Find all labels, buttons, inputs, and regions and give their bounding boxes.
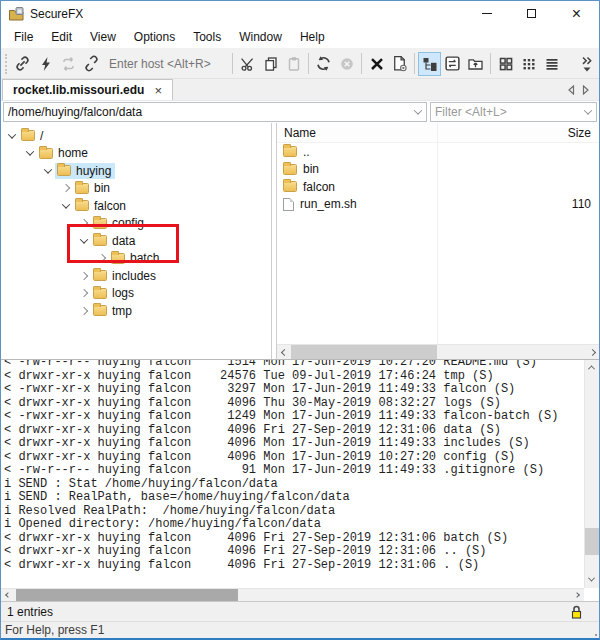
- scroll-right-arrow-icon[interactable]: [585, 350, 599, 355]
- delete-button[interactable]: [365, 52, 388, 76]
- column-header-name[interactable]: Name: [277, 126, 437, 140]
- tab-scroll-left-icon[interactable]: [567, 85, 575, 95]
- toolbar-overflow-button[interactable]: [580, 56, 597, 72]
- tree-item-bin[interactable]: bin: [1, 180, 271, 198]
- chevron-expanded-icon[interactable]: [62, 200, 70, 208]
- folder-icon: [75, 200, 89, 211]
- chevron-collapsed-icon[interactable]: [80, 272, 88, 280]
- toolbar-separator: [232, 53, 233, 74]
- synchronize-icon: [444, 55, 461, 72]
- disconnect-button[interactable]: [80, 52, 103, 76]
- tree-item-label: huying: [76, 164, 111, 178]
- addressbar: /home/huying/falcon/data Filter <Alt+L>: [1, 101, 599, 123]
- parent-folder-button[interactable]: [464, 52, 487, 76]
- maximize-button[interactable]: [509, 1, 554, 26]
- tab-close-icon[interactable]: ×: [154, 84, 162, 97]
- hscrollbar-thumb[interactable]: [291, 345, 437, 359]
- scroll-down-arrow-icon[interactable]: [588, 575, 595, 582]
- filter-combobox[interactable]: Filter <Alt+L>: [430, 102, 597, 122]
- tab-label: rocket.lib.missouri.edu: [13, 83, 144, 97]
- toolbar-separator: [414, 53, 415, 74]
- tree-item-tmp[interactable]: tmp: [1, 302, 271, 320]
- minimize-icon: [482, 13, 492, 14]
- tree-item-root[interactable]: /: [1, 127, 271, 145]
- close-button[interactable]: ×: [554, 1, 599, 26]
- tree-item-falcon[interactable]: falcon: [1, 197, 271, 215]
- menu-window[interactable]: Window: [230, 30, 291, 44]
- tree-item-includes[interactable]: includes: [1, 267, 271, 285]
- folder-icon: [283, 146, 297, 157]
- connect-button[interactable]: [11, 52, 34, 76]
- menu-tools[interactable]: Tools: [184, 30, 230, 44]
- tab-scroll-right-icon[interactable]: [582, 85, 590, 95]
- log-hscrollbar[interactable]: [1, 588, 584, 601]
- host-input[interactable]: [107, 56, 225, 72]
- chevron-collapsed-icon[interactable]: [62, 184, 70, 192]
- menu-file[interactable]: File: [5, 30, 42, 44]
- filter-dropdown-button[interactable]: [580, 109, 596, 115]
- hscrollbar-thumb[interactable]: [16, 589, 238, 601]
- path-combobox[interactable]: /home/huying/falcon/data: [3, 102, 427, 122]
- file-row-..[interactable]: ..: [277, 143, 599, 161]
- chevron-expanded-icon[interactable]: [44, 165, 52, 173]
- scroll-up-arrow-icon[interactable]: [588, 365, 595, 372]
- chevron-collapsed-icon[interactable]: [80, 289, 88, 297]
- toolbar-grip[interactable]: [5, 54, 7, 74]
- minimize-button[interactable]: [464, 1, 509, 26]
- scroll-left-arrow-icon[interactable]: [1, 593, 15, 597]
- path-dropdown-button[interactable]: [410, 109, 426, 115]
- connect-icon: [14, 55, 31, 72]
- file-name: ..: [303, 145, 310, 159]
- quick-connect-icon: [38, 56, 54, 72]
- chevron-expanded-icon[interactable]: [8, 130, 16, 138]
- file-row-run_em.sh[interactable]: run_em.sh110: [277, 196, 599, 214]
- list-view-icon: [544, 56, 560, 72]
- chevron-expanded-icon[interactable]: [26, 148, 34, 156]
- file-row-falcon[interactable]: falcon: [277, 178, 599, 196]
- maximize-icon: [527, 9, 536, 18]
- small-icons-view-button[interactable]: [517, 52, 540, 76]
- folder-icon: [93, 270, 107, 281]
- paste-button: [282, 52, 305, 76]
- large-icons-view-icon: [498, 56, 514, 72]
- status-bar: For Help, press F1: [1, 621, 599, 638]
- chevron-down-icon: [584, 106, 592, 114]
- copy-button[interactable]: [259, 52, 282, 76]
- refresh-button[interactable]: [312, 52, 335, 76]
- menubar: FileEditViewOptionsToolsWindowHelp: [1, 26, 599, 49]
- app-icon: [8, 6, 24, 22]
- menu-help[interactable]: Help: [291, 30, 334, 44]
- vscrollbar-thumb[interactable]: [585, 528, 599, 555]
- tree-item-label: logs: [112, 286, 134, 300]
- session-log-text: < -rw-r--r-- huying falcon 1514 Mon 17-J…: [4, 359, 583, 588]
- filter-placeholder: Filter <Alt+L>: [431, 105, 580, 119]
- list-view-button[interactable]: [540, 52, 563, 76]
- cut-button[interactable]: [236, 52, 259, 76]
- new-file-button[interactable]: [388, 52, 411, 76]
- synchronize-button[interactable]: [441, 52, 464, 76]
- menu-edit[interactable]: Edit: [42, 30, 81, 44]
- file-list-hscrollbar[interactable]: [277, 344, 599, 359]
- menu-options[interactable]: Options: [125, 30, 184, 44]
- menu-view[interactable]: View: [81, 30, 125, 44]
- path-value: /home/huying/falcon/data: [4, 105, 410, 119]
- file-row-bin[interactable]: bin: [277, 161, 599, 179]
- scroll-right-arrow-icon[interactable]: [570, 593, 584, 597]
- log-vscrollbar[interactable]: [584, 360, 599, 588]
- folder-icon: [57, 165, 71, 176]
- session-tab[interactable]: rocket.lib.missouri.edu ×: [2, 79, 173, 100]
- chevron-collapsed-icon[interactable]: [80, 307, 88, 315]
- tree-item-huying[interactable]: huying: [1, 162, 271, 180]
- tree-item-home[interactable]: home: [1, 145, 271, 163]
- quick-connect-button[interactable]: [34, 52, 57, 76]
- scroll-left-arrow-icon[interactable]: [277, 350, 291, 355]
- tree-item-logs[interactable]: logs: [1, 285, 271, 303]
- tabbar: rocket.lib.missouri.edu ×: [1, 79, 599, 101]
- file-list-panel: Name Size ..binfalconrun_em.sh110: [276, 123, 599, 359]
- column-header-size[interactable]: Size: [437, 126, 599, 140]
- resize-grip[interactable]: [595, 634, 597, 636]
- file-name: bin: [303, 162, 319, 176]
- file-name: falcon: [303, 180, 335, 194]
- large-icons-view-button[interactable]: [494, 52, 517, 76]
- tree-view-button[interactable]: [418, 52, 441, 76]
